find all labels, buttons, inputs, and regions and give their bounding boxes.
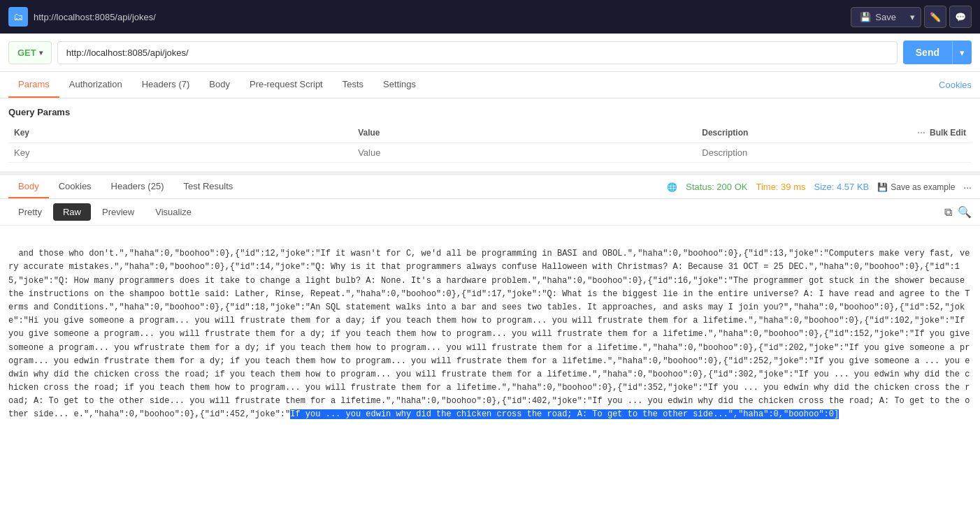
- value-input[interactable]: [358, 147, 691, 158]
- format-tab-raw[interactable]: Raw: [53, 203, 91, 221]
- top-bar-url: http://localhost:8085/api/jokes/: [34, 12, 845, 22]
- save-example-icon: 💾: [877, 182, 888, 192]
- format-tabs: Pretty Raw Preview Visualize ⧉ 🔍: [0, 199, 980, 226]
- url-bar: GET ▾ Send ▾: [0, 34, 980, 72]
- format-tab-pretty[interactable]: Pretty: [8, 203, 52, 221]
- tab-tests[interactable]: Tests: [333, 72, 373, 98]
- tab-pre-request[interactable]: Pre-request Script: [240, 72, 333, 98]
- top-bar-actions: 💾 Save ▾ ✏️ 💬: [851, 6, 972, 28]
- table-row: [8, 143, 972, 163]
- response-tabs: Body Cookies Headers (25) Test Results 🌐…: [0, 175, 980, 199]
- app-icon: 🗂: [8, 7, 28, 27]
- params-desc-header: Description ··· Bulk Edit: [696, 123, 972, 143]
- response-tab-cookies[interactable]: Cookies: [49, 175, 101, 198]
- save-example-button[interactable]: 💾 Save as example: [877, 182, 955, 192]
- tab-headers[interactable]: Headers (7): [132, 72, 200, 98]
- tab-settings[interactable]: Settings: [373, 72, 426, 98]
- app-icon-symbol: 🗂: [13, 11, 23, 22]
- table-options-icon[interactable]: ···: [917, 127, 925, 138]
- query-params-section: Query Params Key Value Description ··· B…: [0, 98, 980, 171]
- format-tab-visualize[interactable]: Visualize: [145, 203, 201, 221]
- bulk-edit-button[interactable]: Bulk Edit: [930, 128, 966, 138]
- response-body: and those who don't.","haha":0,"boohoo":…: [0, 226, 980, 493]
- method-chevron-icon: ▾: [39, 49, 43, 57]
- save-icon: 💾: [860, 12, 871, 22]
- save-dropdown-button[interactable]: ▾: [905, 8, 921, 27]
- params-key-header: Key: [8, 123, 352, 143]
- response-size: Size: 4.57 KB: [814, 182, 869, 192]
- url-input[interactable]: [57, 41, 898, 64]
- bulk-edit-area: ··· Bulk Edit: [917, 127, 966, 138]
- response-tab-headers[interactable]: Headers (25): [101, 175, 174, 198]
- format-actions: ⧉ 🔍: [944, 205, 972, 219]
- tab-authorization[interactable]: Authorization: [59, 72, 132, 98]
- query-params-title: Query Params: [8, 107, 972, 117]
- request-tabs: Params Authorization Headers (7) Body Pr…: [0, 72, 980, 98]
- key-input[interactable]: [14, 147, 347, 158]
- response-tab-test-results[interactable]: Test Results: [173, 175, 243, 198]
- send-button-group[interactable]: Send ▾: [903, 41, 972, 64]
- tab-body[interactable]: Body: [199, 72, 240, 98]
- method-select[interactable]: GET ▾: [8, 41, 52, 64]
- method-label: GET: [17, 48, 36, 58]
- response-time: Time: 39 ms: [756, 182, 805, 192]
- description-input[interactable]: [702, 147, 966, 158]
- response-tab-body[interactable]: Body: [8, 175, 49, 198]
- response-meta: 🌐 Status: 200 OK Time: 39 ms Size: 4.57 …: [667, 182, 972, 193]
- response-selected-text: If you ... you edwin why did the chicken…: [290, 409, 839, 419]
- save-button[interactable]: 💾 Save: [851, 8, 905, 27]
- response-options-icon[interactable]: ···: [963, 182, 972, 193]
- globe-icon: 🌐: [667, 182, 677, 192]
- top-bar: 🗂 http://localhost:8085/api/jokes/ 💾 Sav…: [0, 0, 980, 34]
- send-button[interactable]: Send: [903, 41, 952, 64]
- edit-icon-button[interactable]: ✏️: [924, 6, 946, 28]
- tab-params[interactable]: Params: [8, 72, 59, 98]
- cookies-link[interactable]: Cookies: [939, 73, 972, 97]
- params-value-header: Value: [352, 123, 696, 143]
- format-tab-preview[interactable]: Preview: [92, 203, 144, 221]
- response-content: and those who don't.","haha":0,"boohoo":…: [8, 249, 975, 419]
- search-icon-button[interactable]: 🔍: [958, 205, 972, 219]
- status-badge: Status: 200 OK: [686, 182, 747, 192]
- send-dropdown-button[interactable]: ▾: [952, 41, 972, 64]
- params-table: Key Value Description ··· Bulk Edit: [8, 123, 972, 163]
- save-button-group[interactable]: 💾 Save ▾: [851, 7, 921, 27]
- comment-icon-button[interactable]: 💬: [949, 6, 972, 28]
- copy-icon-button[interactable]: ⧉: [944, 205, 952, 219]
